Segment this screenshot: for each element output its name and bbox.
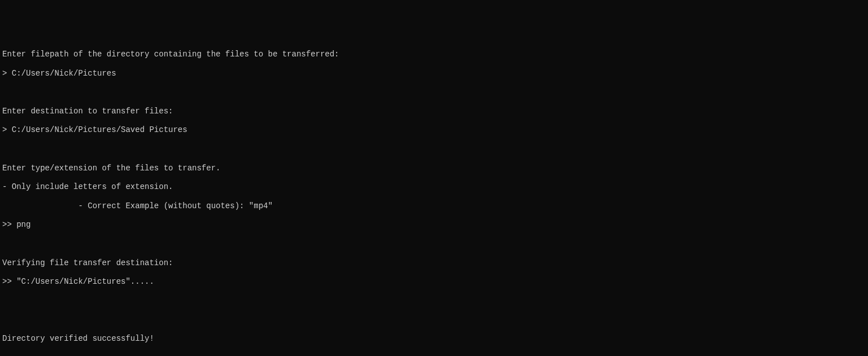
blank-line — [2, 144, 866, 154]
ext-input: >> png — [2, 220, 866, 230]
ext-prompt-3: - Correct Example (without quotes): "mp4… — [2, 201, 866, 211]
ext-prompt-2: - Only include letters of extension. — [2, 182, 866, 192]
ext-prompt-1: Enter type/extension of the files to tra… — [2, 164, 866, 173]
terminal-output[interactable]: Enter filepath of the directory containi… — [2, 40, 866, 356]
verify-1-path: >> "C:/Users/Nick/Pictures"..... — [2, 277, 866, 287]
blank-line — [2, 353, 866, 356]
verify-1: Verifying file transfer destination: — [2, 258, 866, 268]
source-prompt: Enter filepath of the directory containi… — [2, 50, 866, 59]
blank-line — [2, 296, 866, 306]
dest-input: > C:/Users/Nick/Pictures/Saved Pictures — [2, 125, 866, 135]
blank-line — [2, 315, 866, 324]
source-input: > C:/Users/Nick/Pictures — [2, 69, 866, 78]
dest-prompt: Enter destination to transfer files: — [2, 107, 866, 116]
verify-1-success: Directory verified successfully! — [2, 334, 866, 344]
blank-line — [2, 239, 866, 249]
blank-line — [2, 87, 866, 97]
